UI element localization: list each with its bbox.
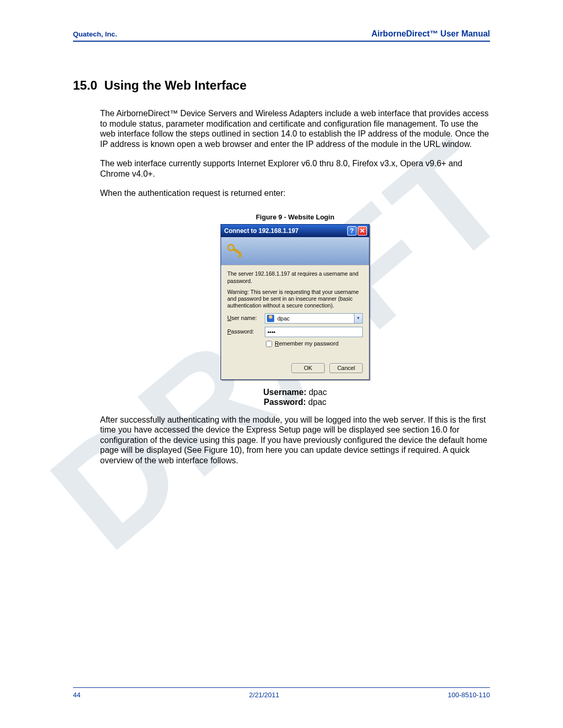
dialog-titlebar[interactable]: Connect to 192.168.1.197 ? ✕ — [221, 225, 369, 237]
username-label: User name: — [227, 315, 265, 322]
dialog-message-1: The server 192.168.1.197 at requires a u… — [227, 270, 363, 284]
close-icon[interactable]: ✕ — [358, 226, 367, 236]
page-header: Quatech, Inc. AirborneDirect™ User Manua… — [73, 29, 490, 42]
paragraph-4: After successfully authenticating with t… — [100, 415, 490, 466]
login-dialog: Connect to 192.168.1.197 ? ✕ The server … — [221, 224, 370, 379]
body-text: The AirborneDirect™ Device Servers and W… — [100, 108, 490, 466]
ok-button[interactable]: OK — [291, 363, 325, 373]
username-input[interactable] — [275, 315, 354, 322]
credentials-username-label: Username: — [263, 388, 307, 397]
username-combobox[interactable]: ▾ — [265, 313, 363, 324]
figure-caption: Figure 9 - Website Login — [100, 213, 490, 221]
section-heading: 15.0 Using the Web Interface — [73, 78, 490, 93]
paragraph-2: The web interface currently supports Int… — [100, 158, 490, 179]
credentials-password-value: dpac — [308, 398, 326, 406]
password-row: Password: — [227, 327, 363, 337]
password-label: Password: — [227, 328, 265, 335]
dialog-body: The server 192.168.1.197 at requires a u… — [221, 265, 369, 379]
header-manual-title: AirborneDirect™ User Manual — [371, 29, 490, 39]
footer-doc-number: 100-8510-110 — [448, 691, 490, 699]
section-number: 15.0 — [73, 78, 97, 92]
remember-password-label: Remember my password — [275, 340, 338, 347]
footer-page-number: 44 — [73, 691, 80, 699]
footer-date: 2/21/2011 — [249, 691, 279, 699]
help-icon[interactable]: ? — [347, 226, 357, 236]
credentials-username-value: dpac — [309, 388, 327, 397]
cancel-button[interactable]: Cancel — [329, 363, 363, 373]
section-title-text: Using the Web Interface — [104, 78, 247, 92]
dialog-message-2: Warning: This server is requesting that … — [227, 289, 363, 309]
dialog-buttons: OK Cancel — [227, 355, 363, 373]
user-icon — [267, 315, 274, 322]
credentials-block: Username: dpac Password: dpac — [100, 387, 490, 408]
remember-password-row: Remember my password — [266, 340, 363, 347]
dialog-banner — [221, 237, 369, 265]
header-company: Quatech, Inc. — [73, 30, 117, 38]
page-content: Quatech, Inc. AirborneDirect™ User Manua… — [0, 0, 563, 466]
password-input[interactable] — [265, 329, 362, 335]
remember-password-checkbox[interactable] — [266, 341, 272, 347]
credentials-password-label: Password: — [264, 398, 306, 406]
paragraph-3: When the authentication request is retur… — [100, 188, 490, 199]
dialog-title: Connect to 192.168.1.197 — [224, 227, 346, 235]
page-footer: 44 2/21/2011 100-8510-110 — [73, 687, 490, 699]
paragraph-1: The AirborneDirect™ Device Servers and W… — [100, 108, 490, 149]
password-field-wrap[interactable] — [265, 327, 363, 337]
keys-icon — [226, 242, 245, 261]
chevron-down-icon[interactable]: ▾ — [354, 314, 362, 323]
username-row: User name: ▾ — [227, 313, 363, 324]
